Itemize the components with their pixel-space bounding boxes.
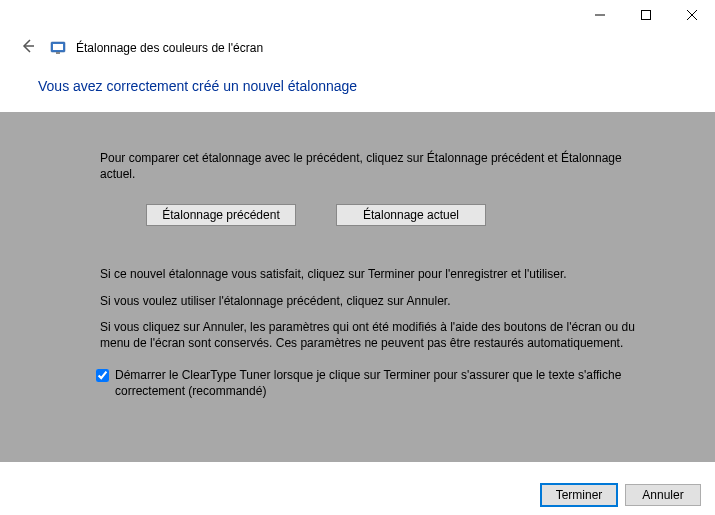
- content-panel: Pour comparer cet étalonnage avec le pré…: [0, 112, 715, 462]
- current-calibration-button[interactable]: Étalonnage actuel: [336, 204, 486, 226]
- compare-text: Pour comparer cet étalonnage avec le pré…: [100, 150, 640, 182]
- finish-button[interactable]: Terminer: [541, 484, 617, 506]
- cleartype-checkbox-label: Démarrer le ClearType Tuner lorsque je c…: [115, 367, 636, 399]
- page-heading: Vous avez correctement créé un nouvel ét…: [0, 74, 715, 112]
- close-button[interactable]: [669, 0, 715, 30]
- previous-calibration-button[interactable]: Étalonnage précédent: [146, 204, 296, 226]
- svg-rect-1: [642, 11, 651, 20]
- cancel-button[interactable]: Annuler: [625, 484, 701, 506]
- window-controls: [0, 0, 715, 30]
- window-title: Étalonnage des couleurs de l'écran: [76, 41, 263, 55]
- calibration-toggle-row: Étalonnage précédent Étalonnage actuel: [146, 204, 665, 226]
- svg-rect-7: [56, 52, 60, 54]
- svg-rect-6: [53, 44, 63, 50]
- maximize-button[interactable]: [623, 0, 669, 30]
- warning-text: Si vous cliquez sur Annuler, les paramèt…: [100, 319, 640, 351]
- display-icon: [50, 40, 66, 56]
- satisfaction-text: Si ce nouvel étalonnage vous satisfait, …: [100, 266, 640, 282]
- cleartype-checkbox-row: Démarrer le ClearType Tuner lorsque je c…: [96, 367, 636, 399]
- header: Étalonnage des couleurs de l'écran: [0, 30, 715, 74]
- back-icon[interactable]: [16, 36, 40, 60]
- cleartype-checkbox[interactable]: [96, 369, 109, 382]
- cancel-instruction-text: Si vous voulez utiliser l'étalonnage pré…: [100, 293, 640, 309]
- minimize-button[interactable]: [577, 0, 623, 30]
- footer: Terminer Annuler: [0, 475, 715, 515]
